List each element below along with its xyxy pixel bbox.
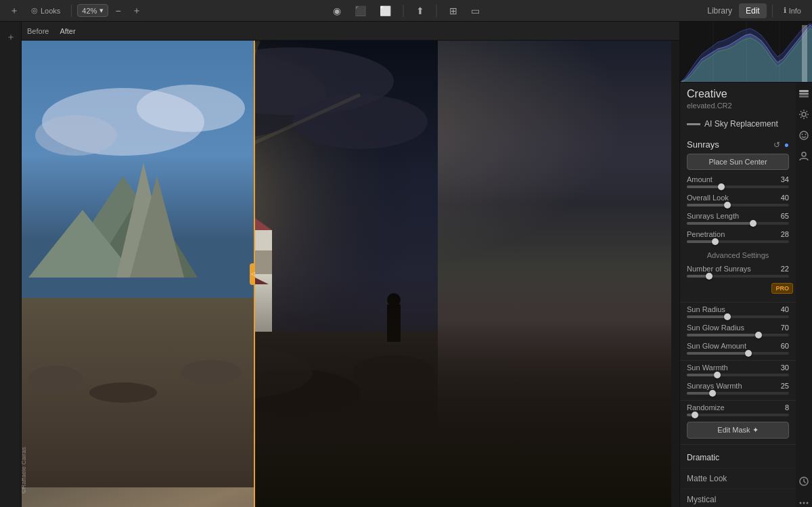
slider-sun-glow-amount: Sun Glow Amount 60: [687, 342, 789, 355]
layers-icon[interactable]: [798, 88, 809, 101]
svg-point-60: [805, 134, 807, 135]
penetration-slider[interactable]: [687, 240, 789, 243]
more-icon[interactable]: [798, 497, 809, 507]
sunrays-warmth-slider[interactable]: [687, 392, 789, 395]
before-label: Before: [27, 27, 49, 35]
sun-warmth-value: 30: [773, 363, 789, 372]
history-icon[interactable]: [798, 476, 809, 489]
share-button[interactable]: ⬆: [412, 4, 428, 18]
grid-button[interactable]: ⊞: [445, 4, 461, 18]
randomize-label: Randomize: [687, 403, 725, 412]
slider-sun-radius: Sun Radius 40: [687, 305, 789, 318]
amount-label: Amount: [687, 175, 713, 183]
bottom-section-item-dramatic[interactable]: Dramatic: [680, 447, 796, 468]
after-label: After: [60, 27, 75, 35]
emoji-icon[interactable]: [798, 151, 809, 164]
add-tool-icon[interactable]: ＋: [3, 27, 18, 47]
sun-warmth-slider[interactable]: [687, 374, 789, 376]
slider-sunrays-warmth: Sunrays Warmth 25: [687, 382, 789, 395]
svg-point-11: [28, 366, 83, 393]
looks-label: Looks: [41, 7, 60, 15]
compare-button[interactable]: ⬛: [351, 4, 370, 18]
preview-button[interactable]: ◉: [329, 4, 345, 18]
zoom-in-button[interactable]: ＋: [128, 3, 145, 18]
left-sidebar: ＋: [0, 22, 22, 507]
toolbar-center: ◉ ⬛ ⬜ ⬆ ⊞ ▭: [329, 4, 484, 18]
svg-point-13: [181, 360, 242, 384]
sun-glow-amount-value: 60: [773, 342, 789, 350]
toolbar-left: ＋ ◎ Looks 42% ▾ − ＋: [0, 3, 151, 18]
slider-sunrays-length: Sunrays Length 65: [687, 212, 789, 225]
section-header: Sunrays ↺ ●: [687, 135, 789, 154]
toggle-icon[interactable]: ●: [784, 140, 789, 150]
sunrays-length-slider[interactable]: [687, 222, 789, 225]
info-label: ℹ Info: [778, 6, 807, 15]
section-title: Sunrays: [687, 139, 719, 150]
number-of-sunrays-slider[interactable]: [687, 275, 789, 278]
before-panel: ◁▷ ©Raffaele Cairas: [22, 41, 255, 507]
svg-point-58: [800, 131, 808, 139]
reset-icon[interactable]: ↺: [773, 140, 780, 150]
panel-title: Creative: [687, 88, 789, 100]
svg-line-54: [800, 111, 802, 112]
slider-randomize: Randomize 8: [687, 403, 789, 416]
svg-point-65: [807, 502, 809, 504]
sky-banner-label: AI Sky Replacement: [704, 119, 778, 129]
after-panel: [255, 41, 679, 507]
svg-line-55: [807, 117, 808, 118]
sun-glow-radius-slider[interactable]: [687, 334, 789, 336]
panel-header: Creative elevated.CR2: [680, 83, 796, 112]
toolbar-right: Library Edit ℹ Info: [695, 3, 812, 18]
separator4: [772, 5, 773, 17]
sun-radius-slider[interactable]: [687, 315, 789, 318]
warmth-section: Sun Warmth 30 Sunrays Warmth 25: [680, 363, 796, 395]
sunrays-length-label: Sunrays Length: [687, 212, 739, 220]
number-of-sunrays-value: 22: [773, 265, 789, 273]
panels-wrapper: Creative elevated.CR2 AI Sky Replacement…: [680, 83, 812, 507]
face-icon[interactable]: [798, 130, 809, 143]
sun-glow-amount-slider[interactable]: [687, 352, 789, 355]
svg-rect-47: [799, 93, 809, 95]
penetration-value: 28: [773, 230, 789, 238]
svg-rect-34: [255, 332, 438, 487]
sky-banner-bar: [687, 123, 700, 125]
toolbar: ＋ ◎ Looks 42% ▾ − ＋ ◉ ⬛ ⬜ ⬆ ⊞ ▭ Library …: [0, 0, 812, 22]
bottom-section-item-mystical[interactable]: Mystical: [680, 489, 796, 507]
svg-point-12: [89, 382, 157, 403]
pro-badge: PRO: [771, 283, 793, 294]
crop-button[interactable]: ⬜: [376, 4, 395, 18]
slider-amount: Amount 34: [687, 175, 789, 188]
edit-panel[interactable]: Creative elevated.CR2 AI Sky Replacement…: [680, 83, 796, 507]
sun-radius-label: Sun Radius: [687, 305, 725, 313]
add-button[interactable]: ＋: [5, 3, 23, 18]
advanced-settings-toggle[interactable]: Advanced Settings: [687, 248, 789, 265]
overall-look-label: Overall Look: [687, 194, 729, 202]
svg-point-19: [292, 95, 428, 149]
edit-mask-button[interactable]: Edit Mask ✦: [687, 422, 789, 439]
split-arrows-icon: ◁▷: [251, 271, 255, 277]
svg-point-49: [802, 112, 806, 116]
chevron-down-icon: ▾: [99, 6, 104, 15]
matte-look-label: Matte Look: [687, 474, 727, 483]
sun-glow-amount-label: Sun Glow Amount: [687, 342, 746, 350]
overall-look-slider[interactable]: [687, 204, 789, 206]
edit-button[interactable]: Edit: [739, 3, 767, 18]
bottom-section-item-matte[interactable]: Matte Look: [680, 468, 796, 489]
divider4: [680, 444, 796, 445]
window-button[interactable]: ▭: [467, 4, 484, 18]
section-controls: ↺ ●: [773, 140, 789, 150]
zoom-out-button[interactable]: −: [111, 4, 125, 18]
looks-button[interactable]: ◎ Looks: [26, 5, 66, 16]
randomize-slider[interactable]: [687, 414, 789, 416]
library-button[interactable]: Library: [700, 3, 739, 18]
split-handle[interactable]: ◁▷: [250, 263, 255, 285]
sun-icon[interactable]: [798, 109, 809, 122]
watermark: ©Raffaele Cairas: [22, 447, 27, 494]
amount-slider[interactable]: [687, 185, 789, 188]
sky-banner[interactable]: AI Sky Replacement: [680, 115, 796, 133]
looks-icon: ◎: [31, 6, 38, 15]
svg-point-40: [255, 345, 313, 399]
info-icon: ℹ: [784, 6, 786, 15]
place-sun-center-button[interactable]: Place Sun Center: [687, 154, 789, 170]
canvas-content[interactable]: ◁▷ ©Raffaele Cairas: [22, 41, 679, 507]
